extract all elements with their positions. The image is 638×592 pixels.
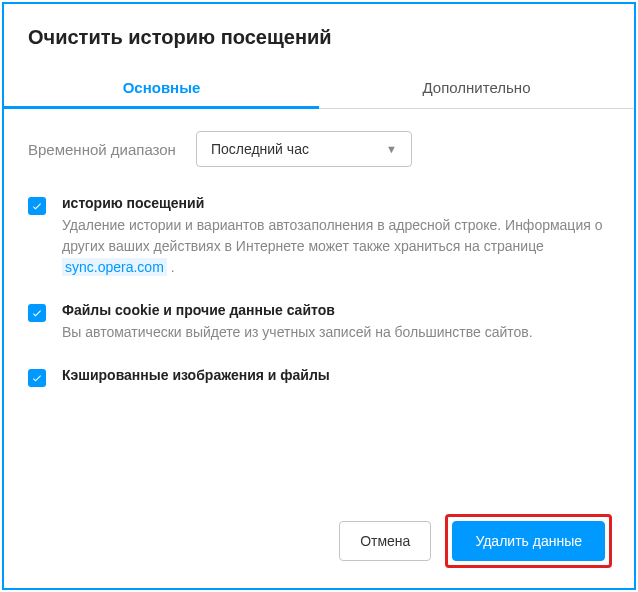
- checkbox-cache[interactable]: [28, 369, 46, 387]
- option-cookies: Файлы cookie и прочие данные сайтов Вы а…: [28, 302, 610, 343]
- option-history-desc: Удаление истории и вариантов автозаполне…: [62, 215, 610, 278]
- check-icon: [31, 307, 43, 319]
- sync-link[interactable]: sync.opera.com: [62, 258, 167, 276]
- checkbox-cookies[interactable]: [28, 304, 46, 322]
- option-cache: Кэшированные изображения и файлы: [28, 367, 610, 387]
- time-range-row: Временной диапазон Последний час ▼: [28, 131, 610, 167]
- tabs-container: Основные Дополнительно: [4, 67, 634, 109]
- option-history-title: историю посещений: [62, 195, 610, 211]
- option-cookies-desc: Вы автоматически выйдете из учетных запи…: [62, 322, 610, 343]
- time-range-select[interactable]: Последний час ▼: [196, 131, 412, 167]
- check-icon: [31, 200, 43, 212]
- option-history: историю посещений Удаление истории и вар…: [28, 195, 610, 278]
- dialog-content: Временной диапазон Последний час ▼ истор…: [4, 109, 634, 496]
- option-cookies-content: Файлы cookie и прочие данные сайтов Вы а…: [62, 302, 610, 343]
- highlight-annotation: Удалить данные: [445, 514, 612, 568]
- option-history-desc-text2: .: [167, 259, 175, 275]
- chevron-down-icon: ▼: [386, 143, 397, 155]
- cancel-button[interactable]: Отмена: [339, 521, 431, 561]
- option-cookies-title: Файлы cookie и прочие данные сайтов: [62, 302, 610, 318]
- dialog-title: Очистить историю посещений: [4, 4, 634, 67]
- clear-history-dialog: Очистить историю посещений Основные Допо…: [2, 2, 636, 590]
- check-icon: [31, 372, 43, 384]
- tab-basic[interactable]: Основные: [4, 67, 319, 108]
- dialog-footer: Отмена Удалить данные: [4, 496, 634, 588]
- option-history-desc-text1: Удаление истории и вариантов автозаполне…: [62, 217, 602, 254]
- option-history-content: историю посещений Удаление истории и вар…: [62, 195, 610, 278]
- tab-advanced[interactable]: Дополнительно: [319, 67, 634, 108]
- option-cache-content: Кэшированные изображения и файлы: [62, 367, 610, 387]
- time-range-value: Последний час: [211, 141, 309, 157]
- tab-basic-label: Основные: [123, 79, 201, 96]
- option-cache-title: Кэшированные изображения и файлы: [62, 367, 610, 383]
- tab-advanced-label: Дополнительно: [423, 79, 531, 96]
- time-range-label: Временной диапазон: [28, 141, 176, 158]
- checkbox-history[interactable]: [28, 197, 46, 215]
- clear-data-button[interactable]: Удалить данные: [452, 521, 605, 561]
